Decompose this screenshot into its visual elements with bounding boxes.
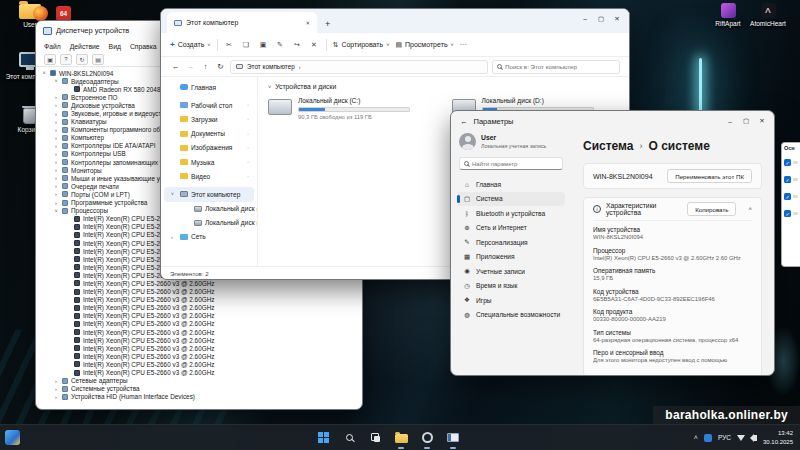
expand-collapse-icon[interactable]: ˅ xyxy=(171,191,177,197)
sidebar-item[interactable]: Локальный диск (D:) xyxy=(164,216,254,230)
copy-button[interactable]: Копировать xyxy=(687,202,736,216)
device-specs-header[interactable]: i Характеристики устройства Копировать ˄ xyxy=(593,198,752,220)
device-tree-row[interactable]: Intel(R) Xeon(R) CPU E5-2660 v3 @ 2.60GH… xyxy=(41,360,362,368)
rename-pc-button[interactable]: Переименовать этот ПК xyxy=(667,169,752,183)
taskbar-search-button[interactable] xyxy=(340,429,358,447)
tab-close-icon[interactable]: ✕ xyxy=(305,20,310,26)
expand-collapse-icon[interactable]: ˅ xyxy=(53,208,59,214)
refresh-icon[interactable]: ↻ xyxy=(215,62,226,71)
device-tree-row[interactable]: › Системные устройства xyxy=(41,385,362,393)
sidebar-item[interactable]: Главная xyxy=(164,80,254,94)
volume-icon[interactable] xyxy=(754,435,757,441)
user-account[interactable]: User Локальная учетная запись xyxy=(459,133,563,150)
settings-nav-item[interactable]: ✎ Персонализация xyxy=(457,235,565,250)
settings-nav-item[interactable]: ⊕ Сеть и Интернет xyxy=(457,221,565,236)
expand-collapse-icon[interactable]: › xyxy=(53,135,59,141)
expand-collapse-icon[interactable]: › xyxy=(171,234,177,240)
expand-collapse-icon[interactable]: › xyxy=(53,111,59,117)
settings-nav-item[interactable]: ❖ Игры xyxy=(457,293,565,308)
device-tree-row[interactable]: Intel(R) Xeon(R) CPU E5-2660 v3 @ 2.60GH… xyxy=(41,288,362,296)
taskbar-explorer-button[interactable] xyxy=(392,429,410,447)
menu-item[interactable]: Действие xyxy=(70,43,100,50)
device-tree-row[interactable]: Intel(R) Xeon(R) CPU E5-2660 v3 @ 2.60GH… xyxy=(41,328,362,336)
device-tree-row[interactable]: Intel(R) Xeon(R) CPU E5-2660 v3 @ 2.60GH… xyxy=(41,296,362,304)
widgets-icon[interactable] xyxy=(5,430,20,445)
refresh-icon[interactable]: ↻ xyxy=(76,54,88,65)
sidebar-item[interactable]: › Сеть xyxy=(164,230,254,244)
forward-icon[interactable]: → xyxy=(185,62,196,71)
expand-collapse-icon[interactable]: › xyxy=(53,102,59,108)
hidden-icons-chevron[interactable]: ˄ xyxy=(694,434,698,441)
start-button[interactable] xyxy=(314,429,332,447)
copy-icon[interactable]: ❏ xyxy=(241,41,252,49)
desktop-icon-atomicheart[interactable]: Λ AtomicHeart xyxy=(745,3,791,27)
close-button[interactable]: ✕ xyxy=(754,115,770,128)
expand-collapse-icon[interactable]: ˅ xyxy=(53,78,59,84)
sidebar-item[interactable]: Видео xyxy=(164,169,254,183)
expand-collapse-icon[interactable]: ˅ xyxy=(41,70,47,76)
breadcrumb-root[interactable]: Система xyxy=(583,139,634,153)
explorer-tab[interactable]: Этот компьютер ✕ xyxy=(167,12,317,33)
settings-nav-item[interactable]: ᛒ Bluetooth и устройства xyxy=(457,206,565,221)
menu-item[interactable]: Вид xyxy=(109,43,121,50)
tray-app-icon[interactable] xyxy=(704,434,712,442)
checkbox-checked[interactable]: ✓ xyxy=(784,210,791,217)
expand-collapse-icon[interactable]: › xyxy=(53,394,59,400)
taskbar-settings-button[interactable] xyxy=(418,429,436,447)
console-icon[interactable]: ▣ xyxy=(44,54,56,65)
expand-collapse-icon[interactable]: › xyxy=(53,191,59,197)
sort-button[interactable]: ⇅ Сортировать ˅ xyxy=(333,41,390,49)
taskbar-clock[interactable]: 13:42 30.10.2025 xyxy=(763,429,793,445)
device-tree-row[interactable]: Intel(R) Xeon(R) CPU E5-2660 v3 @ 2.60GH… xyxy=(41,312,362,320)
paste-icon[interactable]: ▣ xyxy=(258,41,269,49)
expand-collapse-icon[interactable]: › xyxy=(53,119,59,125)
help-icon[interactable]: ? xyxy=(60,54,72,65)
expand-collapse-icon[interactable]: › xyxy=(53,175,59,181)
language-indicator[interactable]: РУС xyxy=(718,434,731,441)
settings-nav-item[interactable]: ◉ Учетные записи xyxy=(457,264,565,279)
expand-collapse-icon[interactable]: › xyxy=(53,151,59,157)
device-tree-row[interactable]: Intel(R) Xeon(R) CPU E5-2660 v3 @ 2.60GH… xyxy=(41,336,362,344)
device-tree-row[interactable]: › Устройства HID (Human Interface Device… xyxy=(41,393,362,401)
minimize-button[interactable]: – xyxy=(722,115,738,128)
properties-icon[interactable]: ▤ xyxy=(92,54,104,65)
address-box[interactable]: Этот компьютер › xyxy=(230,60,488,74)
settings-nav-item[interactable]: ◍ Специальные возможности xyxy=(457,308,565,323)
up-icon[interactable]: ↑ xyxy=(200,62,211,71)
expand-collapse-icon[interactable]: › xyxy=(53,183,59,189)
settings-nav-item[interactable]: ◷ Время и язык xyxy=(457,279,565,294)
settings-nav-item[interactable]: ⌂ Главная xyxy=(457,177,565,192)
menu-item[interactable]: Файл xyxy=(44,43,61,50)
chevron-up-icon[interactable]: ˄ xyxy=(748,206,752,212)
expand-collapse-icon[interactable]: › xyxy=(53,200,59,206)
settings-nav-item[interactable]: ▢ Система xyxy=(457,192,565,207)
sidebar-item[interactable]: ˅ Этот компьютер xyxy=(164,187,254,201)
expand-collapse-icon[interactable]: › xyxy=(53,94,59,100)
back-icon[interactable]: ← xyxy=(460,117,468,126)
app-64-shortcut-icon[interactable]: 64 xyxy=(56,6,71,21)
sidebar-item[interactable]: Изображения xyxy=(164,141,254,155)
settings-nav-item[interactable]: ▦ Приложения xyxy=(457,250,565,265)
device-tree-row[interactable]: › Сетевые адаптеры xyxy=(41,377,362,385)
settings-search-input[interactable] xyxy=(472,161,558,167)
device-tree-row[interactable]: Intel(R) Xeon(R) CPU E5-2660 v3 @ 2.60GH… xyxy=(41,352,362,360)
back-icon[interactable]: ← xyxy=(170,62,181,71)
more-options-icon[interactable]: ··· xyxy=(460,41,467,48)
drive-tile-c[interactable]: Локальный диск (C:) 90,3 ГБ свободно из … xyxy=(268,97,436,120)
device-tree-row[interactable]: Intel(R) Xeon(R) CPU E5-2660 v3 @ 2.60GH… xyxy=(41,279,362,287)
maximize-button[interactable]: ▢ xyxy=(593,12,609,25)
close-button[interactable]: ✕ xyxy=(609,12,625,25)
sidebar-item[interactable]: Загрузки xyxy=(164,112,254,126)
menu-item[interactable]: Справка xyxy=(130,43,157,50)
view-button[interactable]: ▤ Просмотреть ˅ xyxy=(395,41,453,49)
task-view-button[interactable] xyxy=(366,429,384,447)
checkbox-checked[interactable]: ✓ xyxy=(784,193,791,200)
section-header[interactable]: ˅ Устройства и диски xyxy=(268,83,619,90)
taskbar-device-manager-button[interactable] xyxy=(444,429,462,447)
cut-icon[interactable]: ✂ xyxy=(224,41,235,49)
sidebar-item[interactable]: Рабочий стол xyxy=(164,98,254,112)
browser-shortcut-icon[interactable] xyxy=(33,6,48,21)
expand-collapse-icon[interactable]: › xyxy=(53,167,59,173)
device-tree-row[interactable]: Intel(R) Xeon(R) CPU E5-2660 v3 @ 2.60GH… xyxy=(41,344,362,352)
checkbox-checked[interactable]: ✓ xyxy=(784,176,791,183)
